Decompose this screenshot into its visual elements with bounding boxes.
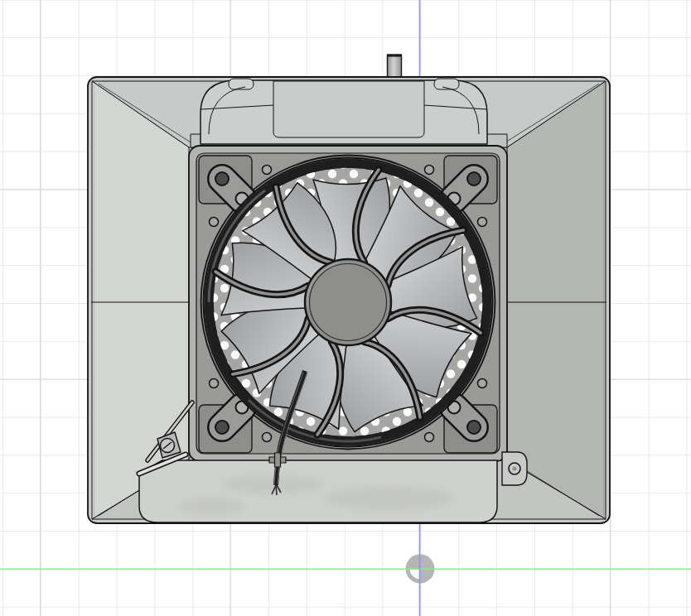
right-mount-tab[interactable]	[502, 452, 527, 485]
fan-shroud-assembly[interactable]	[88, 55, 610, 523]
cad-viewport-canvas[interactable]	[0, 0, 691, 616]
alignment-pin[interactable]	[388, 55, 402, 79]
fan-hub[interactable]	[305, 259, 391, 345]
axial-fan[interactable]	[204, 158, 493, 447]
model-layer[interactable]	[0, 0, 691, 616]
top-duct-collar[interactable]	[201, 79, 487, 144]
lower-duct-box[interactable]	[139, 455, 497, 522]
